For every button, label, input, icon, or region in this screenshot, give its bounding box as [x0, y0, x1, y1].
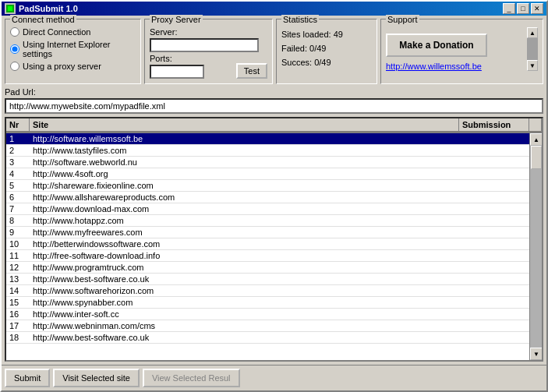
pad-url-label: Pad Url: [5, 87, 543, 97]
cell-nr: 8 [6, 215, 30, 226]
table-row[interactable]: 10http://betterwindowssoftware.com [6, 238, 529, 250]
ie-radio[interactable] [10, 44, 19, 54]
cell-site: http://www.best-software.co.uk [30, 332, 459, 343]
statistics-panel: Statistics Sites loaded: 49 Failed: 0/49… [276, 19, 377, 84]
table-row[interactable]: 9http://www.myfreewares.com [6, 227, 529, 238]
support-scrollbar: ▲ ▼ [527, 27, 538, 71]
minimize-button[interactable]: _ [503, 3, 515, 14]
support-panel: Support Make a Donation http://www.wille… [380, 19, 543, 84]
title-bar: PadSubmit 1.0 _ □ ✕ [2, 2, 546, 16]
table-row[interactable]: 2http://www.tastyfiles.com [6, 145, 529, 157]
cell-site: http://www.myfreewares.com [30, 227, 459, 238]
support-link[interactable]: http://www.willemssoft.be [386, 62, 482, 71]
connect-method-panel: Connect method Direct Connection Using I… [5, 19, 141, 84]
sites-table: Nr Site Submission 1http://software.will… [5, 117, 543, 362]
cell-site: http://betterwindowssoftware.com [30, 238, 459, 249]
table-row[interactable]: 11http://free-software-download.info [6, 250, 529, 262]
table-row[interactable]: 17http://www.webninman.com/cms [6, 320, 529, 332]
test-button[interactable]: Test [236, 63, 267, 79]
table-scrollbar[interactable]: ▲ ▼ [529, 133, 542, 360]
cell-site: http://www.inter-soft.cc [30, 309, 459, 320]
table-row[interactable]: 13http://www.best-software.co.uk [6, 274, 529, 285]
window-title: PadSubmit 1.0 [19, 4, 78, 13]
cell-submission [459, 215, 529, 226]
cell-submission [459, 238, 529, 249]
cell-site: http://www.tastyfiles.com [30, 145, 459, 156]
proxy-server-option[interactable]: Using a proxy server [10, 62, 136, 71]
stats-panel-title: Statistics [281, 15, 319, 24]
direct-radio[interactable] [10, 27, 19, 37]
cell-nr: 17 [6, 320, 30, 331]
table-row[interactable]: 12http://www.programtruck.com [6, 262, 529, 274]
cell-nr: 10 [6, 238, 30, 249]
cell-site: http://www.best-software.co.uk [30, 274, 459, 284]
table-row[interactable]: 3http://software.webworld.nu [6, 157, 529, 168]
cell-site: http://www.4soft.org [30, 168, 459, 179]
failed-count: Failed: 0/49 [281, 41, 372, 55]
proxy-label: Using a proxy server [23, 62, 101, 71]
submit-button[interactable]: Submit [5, 369, 50, 387]
pad-url-section: Pad Url: [5, 87, 543, 114]
cell-submission [459, 168, 529, 179]
scroll-thumb[interactable] [531, 146, 542, 169]
cell-nr: 15 [6, 297, 30, 308]
table-row[interactable]: 18http://www.best-software.co.uk [6, 332, 529, 344]
cell-nr: 5 [6, 180, 30, 191]
cell-site: http://shareware.fixieonline.com [30, 180, 459, 191]
cell-nr: 4 [6, 168, 30, 179]
cell-submission [459, 145, 529, 156]
server-label: Server: [150, 27, 267, 37]
cell-nr: 11 [6, 250, 30, 261]
visit-selected-button[interactable]: Visit Selected site [53, 369, 140, 387]
app-icon [5, 3, 16, 14]
table-body[interactable]: 1http://software.willemssoft.be2http://w… [6, 133, 529, 360]
cell-site: http://www.webninman.com/cms [30, 320, 459, 331]
close-button[interactable]: ✕ [531, 3, 543, 14]
main-content: Connect method Direct Connection Using I… [2, 16, 546, 365]
cell-submission [459, 157, 529, 168]
cell-submission [459, 320, 529, 331]
sites-loaded: Sites loaded: 49 [281, 27, 372, 41]
server-input[interactable] [150, 38, 259, 52]
cell-submission [459, 285, 529, 296]
table-row[interactable]: 14http://www.softwarehorizon.com [6, 285, 529, 297]
col-submission: Submission [459, 118, 529, 132]
cell-nr: 7 [6, 203, 30, 214]
table-row[interactable]: 1http://software.willemssoft.be [6, 133, 529, 145]
cell-nr: 2 [6, 145, 30, 156]
scroll-track [530, 146, 542, 348]
ie-settings-option[interactable]: Using Internet Explorer settings [10, 40, 136, 58]
scroll-up-arrow[interactable]: ▲ [527, 27, 538, 38]
scroll-down-arrow[interactable]: ▼ [527, 60, 538, 71]
direct-connection-option[interactable]: Direct Connection [10, 27, 136, 37]
view-selected-button[interactable]: View Selected Resul [143, 369, 240, 387]
donation-button[interactable]: Make a Donation [386, 34, 487, 57]
cell-nr: 6 [6, 192, 30, 203]
table-row[interactable]: 16http://www.inter-soft.cc [6, 309, 529, 320]
proxy-radio[interactable] [10, 62, 19, 71]
table-row[interactable]: 4http://www.4soft.org [6, 168, 529, 180]
scroll-down-btn[interactable]: ▼ [530, 348, 542, 360]
cell-submission [459, 332, 529, 343]
table-row[interactable]: 7http://www.download-max.com [6, 203, 529, 215]
success-count: Succes: 0/49 [281, 55, 372, 69]
table-row[interactable]: 6http://www.allsharewareproducts.com [6, 192, 529, 203]
scroll-up-btn[interactable]: ▲ [530, 133, 542, 146]
cell-site: http://software.willemssoft.be [30, 133, 459, 144]
proxy-server-panel: Proxy Server Server: Ports: Test [144, 19, 273, 84]
pad-url-input[interactable] [5, 98, 543, 114]
cell-nr: 13 [6, 274, 30, 284]
cell-nr: 3 [6, 157, 30, 168]
port-input[interactable] [150, 65, 204, 79]
cell-submission [459, 180, 529, 191]
cell-site: http://www.allsharewareproducts.com [30, 192, 459, 203]
table-row[interactable]: 15http://www.spynabber.com [6, 297, 529, 309]
maximize-button[interactable]: □ [517, 3, 529, 14]
cell-site: http://www.programtruck.com [30, 262, 459, 273]
direct-label: Direct Connection [23, 27, 90, 37]
cell-nr: 12 [6, 262, 30, 273]
table-row[interactable]: 8http://www.hotappz.com [6, 215, 529, 227]
cell-nr: 1 [6, 133, 30, 144]
ie-label: Using Internet Explorer settings [23, 40, 136, 58]
table-row[interactable]: 5http://shareware.fixieonline.com [6, 180, 529, 192]
